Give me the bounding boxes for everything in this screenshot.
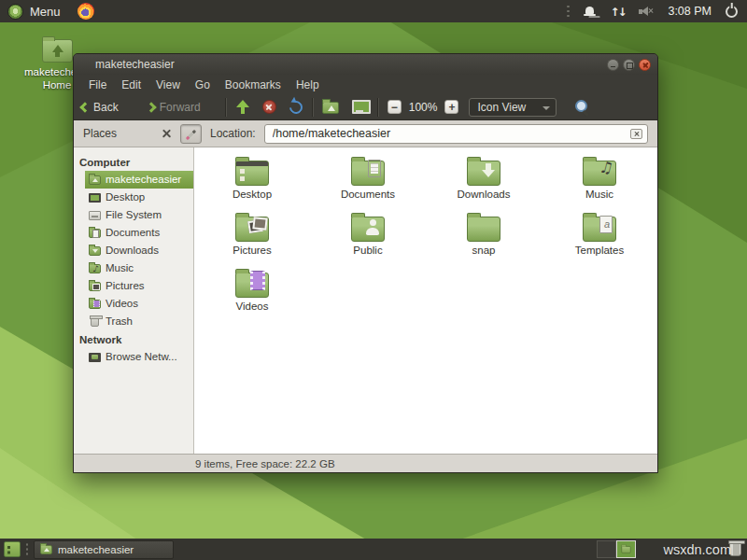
view-mode-select[interactable]: Icon View: [469, 98, 557, 117]
templates-folder-icon: [583, 217, 616, 242]
forward-button[interactable]: Forward: [160, 101, 201, 114]
task-button[interactable]: maketecheasier: [34, 540, 174, 559]
desktop-button-icon[interactable]: [351, 100, 368, 115]
sidebar-item-documents[interactable]: Documents: [85, 224, 193, 242]
toolbar-separator: [225, 98, 226, 117]
top-panel: Menu 3:08 PM: [0, 0, 747, 22]
file-label: Downloads: [458, 189, 511, 201]
workspace-1-active[interactable]: [616, 540, 636, 558]
location-input-wrap: [264, 124, 648, 144]
file-pictures[interactable]: Pictures: [194, 217, 310, 273]
public-folder-icon: [351, 217, 385, 242]
menu-bookmarks[interactable]: Bookmarks: [218, 77, 289, 93]
file-documents[interactable]: Documents: [310, 161, 426, 217]
file-videos[interactable]: Videos: [194, 273, 310, 329]
trash-icon: [91, 316, 99, 327]
videos-folder-icon: [89, 300, 101, 309]
home-folder-icon: [42, 39, 73, 63]
stop-icon[interactable]: [262, 100, 276, 114]
sidebar-item-trash[interactable]: Trash: [85, 313, 193, 330]
menu-view[interactable]: View: [148, 77, 188, 93]
places-sidebar: Computer maketecheasier Desktop File Sys…: [74, 147, 194, 454]
close-button[interactable]: [639, 59, 651, 71]
file-label: Videos: [236, 301, 269, 313]
panel-grip-icon[interactable]: [567, 6, 570, 18]
close-side-pane-icon[interactable]: [161, 128, 172, 139]
home-folder-icon: [40, 545, 52, 554]
icon-overlay: [599, 216, 613, 233]
sidebar-item-music[interactable]: Music: [85, 259, 193, 277]
edit-location-toggle[interactable]: [180, 124, 202, 144]
volume-muted-icon[interactable]: [639, 6, 654, 18]
back-arrow-icon[interactable]: [79, 102, 90, 112]
session-menu-icon[interactable]: [726, 6, 738, 18]
file-downloads[interactable]: Downloads: [426, 161, 542, 217]
file-music[interactable]: Music: [542, 161, 657, 217]
file-templates[interactable]: Templates: [542, 217, 657, 273]
sidebar-item-label: Music: [106, 262, 134, 274]
location-input[interactable]: [264, 124, 648, 144]
plain-folder-icon: [467, 217, 500, 242]
maximize-button[interactable]: [623, 59, 635, 71]
home-folder-icon: [89, 175, 101, 185]
sidebar-item-home[interactable]: maketecheasier: [85, 171, 193, 189]
documents-folder-icon: [89, 229, 101, 238]
sidebar-item-downloads[interactable]: Downloads: [85, 242, 193, 259]
file-label: Documents: [341, 189, 395, 201]
back-button[interactable]: Back: [93, 101, 119, 114]
minimize-button[interactable]: [607, 59, 619, 71]
sidebar-item-pictures[interactable]: Pictures: [85, 277, 193, 295]
forward-arrow-icon[interactable]: [146, 102, 156, 112]
toolbar-separator: [377, 98, 378, 117]
window-thumb-icon: [621, 546, 630, 553]
side-pane-mode-select[interactable]: Places: [83, 127, 152, 140]
refresh-icon[interactable]: [287, 98, 305, 117]
menu-go[interactable]: Go: [188, 77, 218, 93]
sidebar-item-filesystem[interactable]: File System: [85, 206, 193, 224]
videos-folder-icon: [235, 273, 269, 298]
music-folder-icon: [89, 264, 101, 273]
notifications-bell-icon[interactable]: [584, 6, 596, 18]
taskbar-grip-icon[interactable]: [25, 542, 29, 556]
network-traffic-icon[interactable]: [610, 5, 625, 18]
file-snap[interactable]: snap: [426, 217, 542, 273]
sidebar-item-browse-network[interactable]: Browse Netw...: [85, 348, 193, 366]
sidebar-item-label: Downloads: [106, 245, 159, 257]
icon-overlay: [52, 45, 63, 52]
file-label: Public: [353, 245, 382, 257]
sidebar-item-videos[interactable]: Videos: [85, 295, 193, 313]
sidebar-item-desktop[interactable]: Desktop: [85, 189, 193, 206]
statusbar: 9 items, Free space: 22.2 GB: [74, 454, 657, 472]
home-folder-button-icon[interactable]: [322, 102, 339, 114]
menu-file[interactable]: File: [81, 77, 114, 93]
search-icon[interactable]: [574, 99, 590, 115]
zoom-out-button[interactable]: −: [388, 100, 402, 114]
menu-edit[interactable]: Edit: [114, 77, 148, 93]
zoom-in-button[interactable]: +: [444, 100, 458, 114]
sidebar-header-network: Network: [74, 330, 193, 348]
location-bar: Places Location:: [74, 120, 657, 147]
documents-folder-icon: [351, 161, 385, 186]
icon-overlay: [482, 163, 495, 178]
clear-location-icon[interactable]: [630, 129, 642, 139]
file-label: Music: [585, 189, 613, 201]
show-desktop-button[interactable]: [4, 541, 21, 557]
file-public[interactable]: Public: [310, 217, 426, 273]
menu-help[interactable]: Help: [289, 77, 327, 93]
distro-menu-icon[interactable]: [7, 4, 23, 20]
file-desktop[interactable]: Desktop: [194, 161, 310, 217]
workspace-switcher: [597, 540, 636, 558]
icon-overlay: [368, 160, 381, 177]
firefox-icon[interactable]: [78, 3, 94, 20]
titlebar[interactable]: maketecheasier: [74, 54, 657, 75]
menu-button[interactable]: Menu: [30, 5, 61, 19]
desktop-folder-icon: [235, 161, 269, 186]
icon-overlay: [250, 271, 265, 290]
workspace-2[interactable]: [597, 540, 616, 558]
sidebar-item-label: Desktop: [106, 191, 145, 203]
clock[interactable]: 3:08 PM: [668, 5, 712, 18]
go-up-icon[interactable]: [235, 100, 250, 115]
downloads-folder-icon: [467, 161, 500, 186]
music-folder-icon: [583, 161, 616, 186]
zoom-level: 100%: [409, 101, 438, 114]
